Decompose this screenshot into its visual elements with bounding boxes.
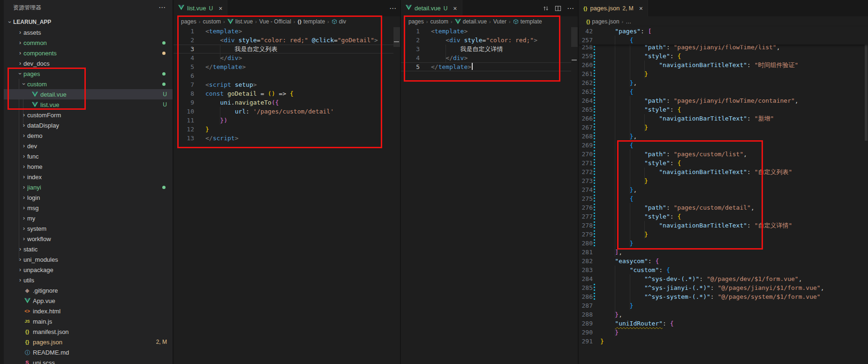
close-tab-icon[interactable]: × — [219, 5, 222, 12]
close-tab-icon[interactable]: × — [639, 5, 643, 12]
code-line-12[interactable]: 12} — [174, 125, 400, 134]
code-line-42[interactable]: 42 "pages": [ — [579, 27, 868, 36]
code-line-5[interactable]: 5</template> — [401, 62, 578, 71]
close-tab-icon[interactable]: × — [453, 5, 457, 12]
chevron-closed-icon[interactable]: › — [17, 266, 23, 273]
tree-item-list.vue[interactable]: list.vueU — [4, 99, 173, 110]
tree-item-customForm[interactable]: ›customForm — [4, 110, 173, 120]
chevron-open-icon[interactable]: › — [7, 19, 13, 25]
tab-list.vue[interactable]: list.vueU× — [174, 0, 227, 16]
split-editor-icon[interactable] — [555, 5, 561, 12]
code-line-13[interactable]: 13</script> — [174, 134, 400, 143]
chevron-closed-icon[interactable]: › — [17, 256, 23, 263]
minimap-slider[interactable] — [393, 27, 400, 47]
breadcrumb-item-custom[interactable]: custom — [430, 18, 448, 25]
code-line-288[interactable]: 288 }, — [579, 310, 868, 319]
code-line-3[interactable]: 3 我是自定义列表 — [174, 45, 400, 53]
tree-item-dev[interactable]: ›dev — [4, 141, 173, 151]
tree-item-custom[interactable]: ›custom — [4, 79, 173, 89]
minimap[interactable] — [571, 16, 578, 364]
tree-item-msg[interactable]: ›msg — [4, 203, 173, 213]
code-line-270[interactable]: 270 "path": "pages/custom/list", — [579, 150, 868, 159]
tree-item-uni.scss[interactable]: Suni.scss — [4, 357, 173, 364]
code-line-291[interactable]: 291} — [579, 337, 868, 346]
breadcrumb-item-pages.json[interactable]: {}pages.json — [586, 18, 619, 25]
tree-item-home[interactable]: ›home — [4, 161, 173, 172]
tree-item-pages.json[interactable]: {}pages.json2, M — [4, 337, 173, 347]
chevron-closed-icon[interactable]: › — [17, 50, 23, 56]
tree-item-workflow[interactable]: ›workflow — [4, 234, 173, 244]
chevron-closed-icon[interactable]: › — [21, 122, 27, 129]
chevron-closed-icon[interactable]: › — [17, 39, 23, 46]
tree-item-func[interactable]: ›func — [4, 151, 173, 161]
chevron-open-icon[interactable]: › — [21, 81, 27, 87]
code-line-277[interactable]: 277 "style": { — [579, 212, 868, 221]
code-line-272[interactable]: 272 "navigationBarTitleText": "自定义列表" — [579, 167, 868, 176]
code-line-2[interactable]: 2 <div style="color: red;"> — [401, 36, 578, 45]
tab-detail.vue[interactable]: detail.vueU× — [401, 0, 462, 16]
code-line-260[interactable]: 260 "navigationBarTitleText": "时间组件验证" — [579, 61, 868, 69]
chevron-closed-icon[interactable]: › — [21, 112, 27, 118]
chevron-closed-icon[interactable]: › — [17, 277, 23, 283]
chevron-closed-icon[interactable]: › — [21, 215, 27, 221]
code-line-269[interactable]: 269 { — [579, 141, 868, 150]
more-actions-icon[interactable]: ⋯ — [567, 4, 574, 13]
code-line-259[interactable]: 259 "style": { — [579, 52, 868, 61]
chevron-open-icon[interactable]: › — [17, 70, 23, 77]
code-line-2[interactable]: 2 <div style="color: red;" @click="goDet… — [174, 36, 400, 45]
code-line-4[interactable]: 4 </div> — [401, 53, 578, 62]
code-editor[interactable]: 1<template>2 <div style="color: red;" @c… — [174, 27, 400, 143]
code-line-11[interactable]: 11 }) — [174, 116, 400, 125]
code-line-10[interactable]: 10 url: '/pages/custom/detail' — [174, 107, 400, 116]
tree-item-README.md[interactable]: README.md — [4, 347, 173, 357]
code-line-274[interactable]: 274 }, — [579, 185, 868, 194]
tree-item-dev_docs[interactable]: ›dev_docs — [4, 58, 173, 68]
tree-item-my[interactable]: ›my — [4, 213, 173, 223]
tree-item-utils[interactable]: ›utils — [4, 275, 173, 285]
tree-item-index[interactable]: ›index — [4, 172, 173, 182]
breadcrumb-item-div[interactable]: div — [332, 18, 346, 25]
code-line-276[interactable]: 276 "path": "pages/custom/detail", — [579, 203, 868, 212]
code-line-9[interactable]: 9 uni.navigateTo({ — [174, 98, 400, 107]
code-line-265[interactable]: 265 "style": { — [579, 105, 868, 114]
code-line-263[interactable]: 263 { — [579, 87, 868, 96]
code-line-8[interactable]: 8const goDetail = () => { — [174, 89, 400, 98]
breadcrumb-item-template[interactable]: template — [513, 18, 542, 25]
chevron-closed-icon[interactable]: › — [21, 132, 27, 139]
chevron-closed-icon[interactable]: › — [17, 246, 23, 252]
code-line-7[interactable]: 7<script setup> — [174, 80, 400, 89]
chevron-closed-icon[interactable]: › — [21, 153, 27, 159]
tree-item-.gitignore[interactable]: ◆.gitignore — [4, 285, 173, 296]
code-line-5[interactable]: 5</template> — [174, 62, 400, 71]
tree-item-static[interactable]: ›static — [4, 244, 173, 254]
code-line-286[interactable]: 286 "^sys-system-(.*)": "@/pages/system/… — [579, 292, 868, 301]
code-line-268[interactable]: 268 }, — [579, 132, 868, 141]
more-actions-icon[interactable]: ⋯ — [389, 4, 396, 13]
tree-item-common[interactable]: ›common — [4, 38, 173, 48]
tree-item-login[interactable]: ›login — [4, 192, 173, 203]
code-line-266[interactable]: 266 "navigationBarTitleText": "新增" — [579, 114, 868, 123]
code-line-1[interactable]: 1<template> — [401, 27, 578, 36]
tree-item-assets[interactable]: ›assets — [4, 27, 173, 38]
explorer-more-icon[interactable]: ⋯ — [159, 3, 166, 12]
breadcrumb-item-detail.vue[interactable]: detail.vue — [455, 18, 487, 25]
code-line-279[interactable]: 279 } — [579, 230, 868, 239]
breadcrumb-item-custom[interactable]: custom — [203, 18, 221, 25]
tree-item-detail.vue[interactable]: detail.vueU — [4, 89, 173, 99]
chevron-closed-icon[interactable]: › — [17, 60, 23, 67]
breadcrumb-item-Vuter[interactable]: Vuter — [493, 18, 506, 25]
breadcrumb-item-Vue-Official[interactable]: Vue - Official — [259, 18, 291, 25]
code-line-287[interactable]: 287 } — [579, 301, 868, 310]
chevron-closed-icon[interactable]: › — [21, 143, 27, 149]
tree-item-App.vue[interactable]: App.vue — [4, 296, 173, 306]
chevron-closed-icon[interactable]: › — [21, 163, 27, 170]
tree-item-uni_modules[interactable]: ›uni_modules — [4, 254, 173, 265]
tree-item-demo[interactable]: ›demo — [4, 130, 173, 141]
minimap-slider[interactable] — [571, 27, 578, 47]
breadcrumb-item-template[interactable]: {}template — [297, 18, 325, 25]
chevron-closed-icon[interactable]: › — [21, 205, 27, 211]
tree-item-index.html[interactable]: <>index.html — [4, 306, 173, 316]
chevron-closed-icon[interactable]: › — [21, 194, 27, 201]
breadcrumb-item-pages[interactable]: pages — [408, 18, 424, 25]
tree-item-pages[interactable]: ›pages — [4, 68, 173, 79]
